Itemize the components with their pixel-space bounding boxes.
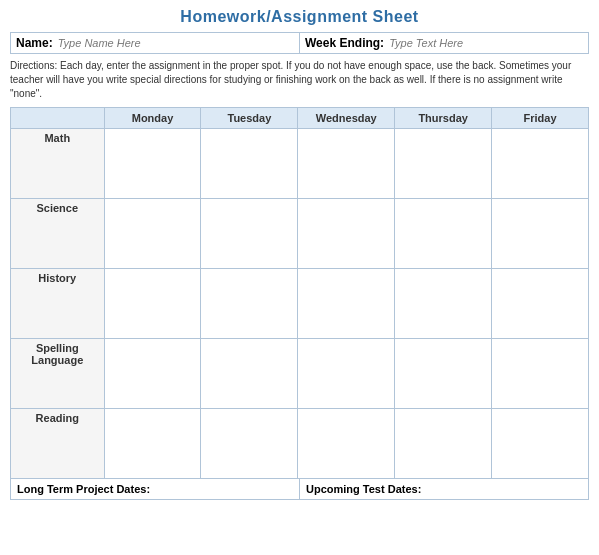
name-label: Name: (16, 36, 53, 50)
assignment-cell[interactable] (104, 129, 201, 199)
footer-left: Long Term Project Dates: (11, 479, 300, 499)
assignment-table: Monday Tuesday Wednesday Thursday Friday… (10, 107, 589, 479)
assignment-cell[interactable] (492, 339, 589, 409)
col-header-friday: Friday (492, 108, 589, 129)
name-section: Name: (11, 33, 300, 53)
assignment-cell[interactable] (298, 269, 395, 339)
assignment-cell[interactable] (298, 199, 395, 269)
assignment-cell[interactable] (201, 339, 298, 409)
assignment-cell[interactable] (201, 269, 298, 339)
footer-right: Upcoming Test Dates: (300, 479, 588, 499)
name-input[interactable] (58, 37, 294, 49)
assignment-cell[interactable] (298, 339, 395, 409)
assignment-cell[interactable] (104, 409, 201, 479)
subject-cell-1: Science (11, 199, 105, 269)
assignment-cell[interactable] (395, 409, 492, 479)
assignment-cell[interactable] (104, 269, 201, 339)
table-header-row: Monday Tuesday Wednesday Thursday Friday (11, 108, 589, 129)
assignment-cell[interactable] (395, 129, 492, 199)
footer-row: Long Term Project Dates: Upcoming Test D… (10, 479, 589, 500)
header-row: Name: Week Ending: (10, 32, 589, 54)
col-header-subject (11, 108, 105, 129)
assignment-cell[interactable] (201, 129, 298, 199)
assignment-cell[interactable] (395, 199, 492, 269)
assignment-cell[interactable] (492, 409, 589, 479)
assignment-cell[interactable] (395, 269, 492, 339)
assignment-cell[interactable] (298, 409, 395, 479)
page: Homework/Assignment Sheet Name: Week End… (0, 0, 599, 555)
table-row: Math (11, 129, 589, 199)
subject-cell-2: History (11, 269, 105, 339)
page-title: Homework/Assignment Sheet (10, 8, 589, 26)
table-row: History (11, 269, 589, 339)
week-label: Week Ending: (305, 36, 384, 50)
assignment-cell[interactable] (104, 339, 201, 409)
assignment-cell[interactable] (492, 129, 589, 199)
col-header-thursday: Thursday (395, 108, 492, 129)
subject-cell-3: Spelling Language (11, 339, 105, 409)
assignment-cell[interactable] (395, 339, 492, 409)
assignment-cell[interactable] (492, 199, 589, 269)
col-header-monday: Monday (104, 108, 201, 129)
table-row: Reading (11, 409, 589, 479)
subject-cell-4: Reading (11, 409, 105, 479)
assignment-cell[interactable] (298, 129, 395, 199)
subject-cell-0: Math (11, 129, 105, 199)
assignment-cell[interactable] (104, 199, 201, 269)
assignment-cell[interactable] (201, 199, 298, 269)
col-header-tuesday: Tuesday (201, 108, 298, 129)
table-row: Science (11, 199, 589, 269)
table-row: Spelling Language (11, 339, 589, 409)
assignment-cell[interactable] (492, 269, 589, 339)
week-input[interactable] (389, 37, 583, 49)
col-header-wednesday: Wednesday (298, 108, 395, 129)
week-section: Week Ending: (300, 33, 588, 53)
assignment-cell[interactable] (201, 409, 298, 479)
directions-text: Directions: Each day, enter the assignme… (10, 59, 589, 101)
